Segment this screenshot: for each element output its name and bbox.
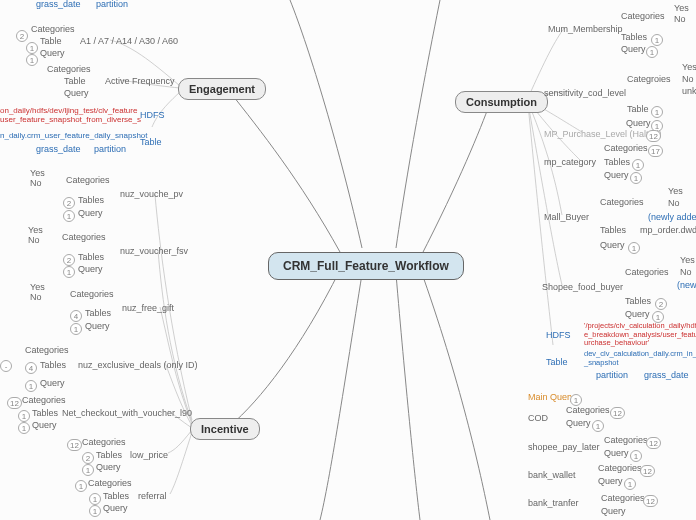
hdfs-label-left: HDFS [140, 110, 165, 120]
mall-yes: Yes [668, 186, 683, 196]
yes-2: Yes [28, 225, 43, 235]
halted-b: 12 [646, 130, 661, 142]
mpcat-cat: Categories [604, 143, 648, 153]
table-label-right: Table [546, 357, 568, 367]
node-voucher-fsv[interactable]: nuz_voucher_fsv [120, 246, 188, 256]
spl-q: Query [604, 448, 629, 458]
categories-b: Categories [47, 64, 91, 74]
badge-1b: 1 [26, 54, 38, 66]
mall-cat: Categories [600, 197, 644, 207]
b7b: 1 [89, 493, 101, 505]
tab-7: Tables [103, 491, 129, 501]
yes-3: Yes [30, 282, 45, 292]
cod[interactable]: COD [528, 413, 548, 423]
grass-date-2: grass_date [36, 144, 81, 154]
cat-5: Categories [22, 395, 66, 405]
mpcat-b2: 1 [632, 159, 644, 171]
node-free-gift[interactable]: nuz_free_gift [122, 303, 174, 313]
node-referral[interactable]: referral [138, 491, 167, 501]
no-1: No [30, 178, 42, 188]
node-exclusive-deals[interactable]: nuz_exclusive_deals (only ID) [78, 360, 198, 370]
cod-b2: 1 [592, 420, 604, 432]
b6a: 12 [67, 439, 82, 451]
food-no: No [680, 267, 692, 277]
mpcat-b1: 17 [648, 145, 663, 157]
bt-cat: Categories [601, 493, 645, 503]
food-b1: 2 [655, 298, 667, 310]
consumption-node[interactable]: Consumption [455, 91, 548, 113]
bw-b2: 1 [624, 478, 636, 490]
mall-buyer[interactable]: Mall_Buyer [544, 212, 589, 222]
tab-2: Tables [78, 252, 104, 262]
mum-cat: Categories [621, 11, 665, 21]
b6c: 1 [82, 464, 94, 476]
mp-category[interactable]: mp_category [544, 157, 596, 167]
spl-b2: 1 [630, 450, 642, 462]
sensitivity-cod-level[interactable]: sensitivity_cod_level [544, 88, 626, 98]
cat-3: Categories [70, 289, 114, 299]
node-net-checkout[interactable]: Net_checkout_with_voucher_l90 [62, 408, 192, 418]
mall-tab: Tables [600, 225, 626, 235]
partition-2: partition [94, 144, 126, 154]
mall-b: 1 [628, 242, 640, 254]
spl-cat: Categories [604, 435, 648, 445]
table-b: Table [64, 76, 86, 86]
bank-transfer[interactable]: bank_tranfer [528, 498, 579, 508]
mall-new: (newly added [648, 212, 696, 222]
incentive-node[interactable]: Incentive [190, 418, 260, 440]
engagement-node[interactable]: Engagement [178, 78, 266, 100]
no-2: No [28, 235, 40, 245]
mum-membership[interactable]: Mum_Membership [548, 24, 623, 34]
q-5: Query [32, 420, 57, 430]
shopee-pay-later[interactable]: shopee_pay_later [528, 442, 600, 452]
tab-4: Tables [40, 360, 66, 370]
query-b: Query [64, 88, 89, 98]
badge-1a: 1 [26, 42, 38, 54]
bt-b1: 12 [643, 495, 658, 507]
tab-5: Tables [32, 408, 58, 418]
center-node[interactable]: CRM_Full_Feature_Workflow [268, 252, 464, 280]
food-new: (new [677, 280, 696, 290]
mall-no: No [668, 198, 680, 208]
scl-tab: Table [627, 104, 649, 114]
table-label-left: Table [140, 137, 162, 147]
q-3: Query [85, 321, 110, 331]
node-voucher-pv[interactable]: nuz_vouche_pv [120, 189, 183, 199]
b2b: 1 [63, 266, 75, 278]
cod-q: Query [566, 418, 591, 428]
mpcat-tab: Tables [604, 157, 630, 167]
table-path-right: dev_clv_calculation_daily.crm_in_app_p_s… [584, 350, 696, 367]
cat-2: Categories [62, 232, 106, 242]
scl-no: No [682, 74, 694, 84]
scl-q: Query [626, 118, 651, 128]
scl-yes: Yes [682, 62, 696, 72]
bank-wallet[interactable]: bank_wallet [528, 470, 576, 480]
mum-q: Query [621, 44, 646, 54]
yes-1: Yes [30, 168, 45, 178]
a-line: A1 / A7 / A14 / A30 / A60 [80, 36, 178, 46]
node-low-price[interactable]: low_price [130, 450, 168, 460]
hdfs-path-right: '/projects/clv_calculation_daily/hdfs/ee… [584, 322, 696, 348]
main-query[interactable]: Main Query [528, 392, 575, 402]
table-a: Table [40, 36, 62, 46]
b5c: 1 [18, 422, 30, 434]
bw-cat: Categories [598, 463, 642, 473]
scl-cat: Categroies [627, 74, 671, 84]
mum-b1: 1 [651, 34, 663, 46]
table-path-left: n_daily.crm_user_feature_daily_snapshot [0, 131, 148, 140]
b5a: 12 [7, 397, 22, 409]
cat-1: Categories [66, 175, 110, 185]
mum-b2: 1 [646, 46, 658, 58]
mum-yes: Yes [674, 3, 689, 13]
bw-b1: 12 [640, 465, 655, 477]
mall-tabval: mp_order.dwd_orc [640, 225, 696, 235]
q-1: Query [78, 208, 103, 218]
cat-7: Categories [88, 478, 132, 488]
tab-1: Tables [78, 195, 104, 205]
shopee-food-buyer[interactable]: Shopee_food_buyer [542, 282, 623, 292]
b2a: 2 [63, 254, 75, 266]
cat-4: Categories [25, 345, 69, 355]
scl-unk: unk [682, 86, 696, 96]
no-3: No [30, 292, 42, 302]
cod-b1: 12 [610, 407, 625, 419]
